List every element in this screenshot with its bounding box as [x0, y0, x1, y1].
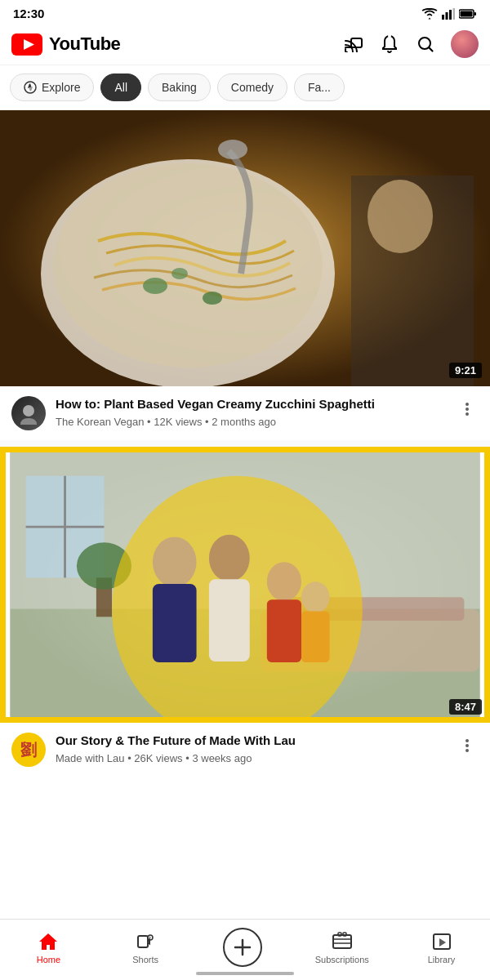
svg-point-47	[466, 739, 469, 742]
svg-point-23	[172, 268, 188, 279]
subscriptions-icon-wrapper	[332, 931, 353, 952]
video-meta-2: Our Story & The Future of Made With Lau …	[56, 733, 446, 764]
subscriptions-icon	[332, 931, 353, 952]
status-time: 12:30	[13, 7, 44, 20]
nav-shorts[interactable]: Shorts	[121, 931, 170, 964]
status-icons	[421, 8, 477, 20]
more-vertical-icon-1	[459, 401, 475, 417]
home-icon-wrapper	[38, 931, 59, 952]
cast-icon	[344, 36, 363, 52]
age-1: 2 months ago	[212, 416, 276, 428]
chip-all[interactable]: All	[100, 74, 141, 101]
duration-badge-1: 9:21	[449, 363, 482, 378]
views-1: 12K views	[154, 416, 202, 428]
subscriptions-label: Subscriptions	[315, 955, 369, 964]
svg-point-45	[301, 581, 330, 612]
svg-point-22	[203, 292, 222, 305]
chip-fa-label: Fa...	[308, 81, 331, 94]
kv-avatar-icon	[17, 402, 40, 425]
age-2: 3 weeks ago	[192, 752, 252, 764]
chip-fa[interactable]: Fa...	[294, 74, 345, 101]
nav-library[interactable]: Library	[417, 931, 466, 964]
channel-avatar-1[interactable]	[11, 396, 46, 430]
gesture-bar	[196, 972, 294, 975]
svg-point-10	[389, 35, 391, 38]
svg-rect-0	[442, 15, 444, 20]
channel-avatar-2[interactable]: 劉	[11, 733, 46, 767]
shorts-icon-wrapper	[135, 931, 156, 952]
shorts-icon	[135, 931, 156, 952]
channel-name-2: Made with Lau	[56, 752, 125, 764]
svg-point-18	[218, 140, 247, 159]
views-2: 26K views	[134, 752, 182, 764]
channel-name-1: The Korean Vegan	[56, 416, 144, 428]
svg-point-27	[466, 412, 469, 416]
thumbnail-1[interactable]: 9:21	[0, 110, 490, 386]
video-subtitle-1: The Korean Vegan • 12K views • 2 months …	[56, 416, 446, 428]
library-icon-wrapper	[431, 931, 452, 952]
logo-area: YouTube	[11, 33, 343, 56]
search-button[interactable]	[415, 33, 436, 55]
chip-comedy-label: Comedy	[231, 81, 274, 94]
video-title-2: Our Story & The Future of Made With Lau	[56, 733, 446, 749]
video-card-2: 8:47 劉 Our Story & The Future of Made Wi…	[0, 447, 490, 777]
cast-button[interactable]	[343, 33, 364, 55]
header-actions	[343, 30, 479, 58]
chip-explore[interactable]: Explore	[10, 74, 94, 101]
video-subtitle-2: Made with Lau • 26K views • 3 weeks ago	[56, 752, 446, 764]
library-icon	[431, 931, 452, 952]
nav-home[interactable]: Home	[24, 931, 73, 964]
svg-rect-3	[453, 8, 456, 20]
svg-point-49	[466, 749, 469, 752]
svg-point-41	[209, 535, 250, 582]
search-icon	[416, 34, 435, 54]
status-bar: 12:30	[0, 0, 490, 24]
svg-point-24	[23, 405, 34, 416]
svg-point-39	[153, 537, 197, 587]
video-feed: 9:21 How to: Plant Based Vegan Creamy Zu…	[0, 110, 490, 777]
chip-comedy[interactable]: Comedy	[217, 74, 287, 101]
more-options-button-1[interactable]	[456, 398, 479, 421]
shorts-label: Shorts	[132, 955, 158, 964]
notifications-button[interactable]	[379, 33, 400, 55]
nav-create[interactable]	[218, 928, 267, 967]
svg-point-20	[368, 180, 433, 253]
account-avatar[interactable]	[451, 30, 479, 58]
svg-rect-6	[461, 11, 473, 16]
app-header: YouTube	[0, 24, 490, 65]
chip-explore-label: Explore	[42, 81, 80, 94]
separator-1: •	[147, 416, 154, 428]
wifi-icon	[421, 8, 438, 20]
create-button[interactable]	[223, 928, 262, 967]
chip-baking[interactable]: Baking	[148, 74, 211, 101]
svg-rect-40	[153, 584, 197, 662]
video-info-2: 劉 Our Story & The Future of Made With La…	[0, 723, 490, 777]
filter-bar: Explore All Baking Comedy Fa...	[0, 65, 490, 110]
chip-baking-label: Baking	[162, 81, 197, 94]
svg-point-43	[267, 562, 301, 601]
more-vertical-icon-2	[459, 737, 475, 754]
svg-rect-2	[449, 10, 452, 20]
more-options-button-2[interactable]	[456, 734, 479, 757]
home-icon	[38, 932, 59, 951]
svg-rect-5	[474, 12, 477, 16]
video-title-1: How to: Plant Based Vegan Creamy Zucchin…	[56, 396, 446, 412]
youtube-logo-text: YouTube	[49, 33, 120, 55]
svg-point-25	[466, 403, 469, 406]
svg-marker-59	[439, 938, 446, 947]
home-label: Home	[37, 955, 60, 964]
video-info-1: How to: Plant Based Vegan Creamy Zucchin…	[0, 386, 490, 440]
svg-point-21	[143, 278, 167, 294]
battery-icon	[459, 9, 477, 19]
video-meta-1: How to: Plant Based Vegan Creamy Zucchin…	[56, 396, 446, 428]
svg-rect-46	[301, 612, 330, 662]
duration-badge-2: 8:47	[449, 699, 482, 715]
video-card-1: 9:21 How to: Plant Based Vegan Creamy Zu…	[0, 110, 490, 440]
thumbnail-image-1	[0, 110, 490, 386]
library-label: Library	[428, 955, 456, 964]
bell-icon	[381, 34, 399, 54]
plus-icon	[232, 937, 253, 958]
thumbnail-2[interactable]: 8:47	[0, 447, 490, 723]
nav-subscriptions[interactable]: Subscriptions	[315, 931, 369, 964]
svg-point-26	[466, 408, 469, 411]
